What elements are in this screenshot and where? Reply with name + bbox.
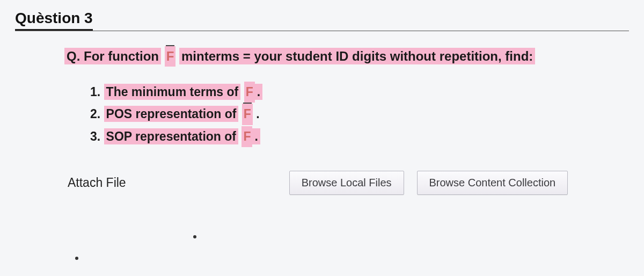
prompt-prefix: Q. For function (64, 48, 161, 64)
item-tail: . (255, 84, 262, 100)
item-tail: . (252, 128, 260, 144)
item-number: 1. (90, 85, 100, 99)
list-item: 3. SOP representation of F. (90, 126, 624, 147)
browse-local-files-button[interactable]: Browse Local Files (289, 171, 404, 195)
divider-line (15, 31, 629, 31)
item-text: The minimum terms of (104, 84, 241, 100)
list-item: 1. The minimum terms of F. (90, 82, 624, 103)
attach-file-label: Attach File (68, 176, 126, 190)
item-tail: . (253, 107, 260, 121)
function-symbol-fbar: F (165, 46, 176, 67)
function-symbol-f: F (241, 126, 252, 147)
question-subparts-list: 1. The minimum terms of F. 2. POS repres… (64, 82, 624, 147)
artifact-dot (193, 235, 196, 238)
prompt-mid: minterms = your student ID digits withou… (179, 48, 535, 64)
item-number: 3. (90, 129, 100, 143)
artifact-dot (75, 257, 78, 260)
function-symbol-fbar: F (242, 104, 253, 125)
attach-file-row: Attach File Browse Local Files Browse Co… (64, 171, 624, 195)
browse-content-collection-button[interactable]: Browse Content Collection (417, 171, 568, 195)
function-symbol-f: F (244, 82, 255, 103)
item-text: SOP representation of (104, 128, 238, 144)
question-content: Q. For function F minterms = your studen… (15, 46, 629, 195)
question-number-heading: Quèstion 3 (15, 10, 93, 31)
question-prompt: Q. For function F minterms = your studen… (64, 46, 624, 67)
list-item: 2. POS representation of F . (90, 104, 624, 125)
item-text: POS representation of (104, 106, 239, 122)
item-number: 2. (90, 107, 100, 121)
